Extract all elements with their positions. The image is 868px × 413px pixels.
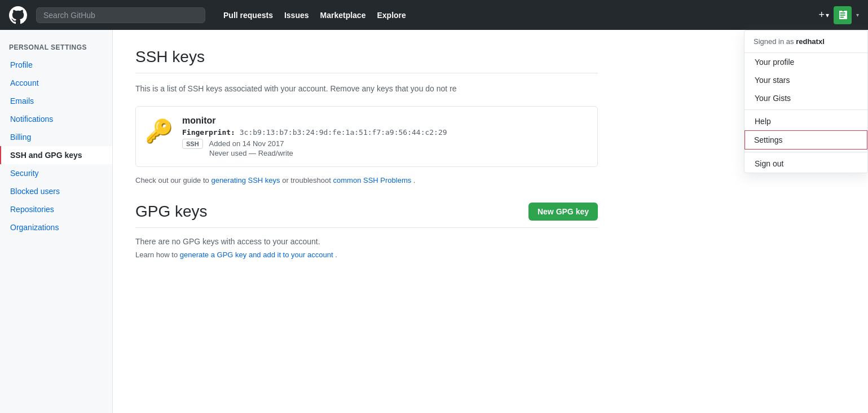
header-actions: + ▾ ▾ bbox=[818, 6, 859, 24]
common-ssh-problems-link[interactable]: common SSH Problems bbox=[333, 176, 412, 184]
nav-issues[interactable]: Issues bbox=[284, 11, 309, 20]
dropdown-divider-1 bbox=[744, 109, 867, 110]
guide-text: Check out our guide to generating SSH ke… bbox=[135, 176, 598, 184]
search-input[interactable] bbox=[36, 7, 205, 23]
sidebar-item-blocked-users[interactable]: Blocked users bbox=[0, 182, 112, 200]
dropdown-help[interactable]: Help bbox=[744, 112, 867, 130]
generate-gpg-key-link[interactable]: generate a GPG key and add it to your ac… bbox=[180, 251, 333, 259]
ssh-section-title: SSH keys bbox=[135, 48, 598, 73]
sidebar: Personal settings Profile Account Emails… bbox=[0, 30, 113, 413]
dropdown-divider-2 bbox=[744, 152, 867, 152]
ssh-type-badge: SSH bbox=[182, 139, 203, 149]
dropdown-settings[interactable]: Settings bbox=[744, 130, 867, 150]
avatar[interactable] bbox=[834, 6, 852, 24]
dropdown-your-gists[interactable]: Your Gists bbox=[744, 89, 867, 107]
key-meta: SSH Added on 14 Nov 2017 Never used — Re… bbox=[182, 139, 588, 157]
dropdown-your-stars[interactable]: Your stars bbox=[744, 71, 867, 89]
page-layout: Personal settings Profile Account Emails… bbox=[0, 30, 868, 413]
new-item-button[interactable]: + ▾ bbox=[818, 9, 829, 21]
key-details: monitor Fingerprint: 3c:b9:13:b7:b3:24:9… bbox=[182, 116, 588, 157]
sidebar-item-ssh-gpg[interactable]: SSH and GPG keys bbox=[0, 146, 112, 164]
signed-in-label: Signed in as redhatxl bbox=[744, 30, 867, 53]
ssh-key-card: 🔑 monitor Fingerprint: 3c:b9:13:b7:b3:24… bbox=[135, 106, 598, 167]
sidebar-item-repositories[interactable]: Repositories bbox=[0, 200, 112, 218]
sidebar-heading: Personal settings bbox=[0, 39, 112, 56]
header-nav: Pull requests Issues Marketplace Explore bbox=[223, 11, 809, 20]
plus-icon: + bbox=[818, 9, 825, 21]
main-content: SSH keys This is a list of SSH keys asso… bbox=[113, 30, 620, 413]
new-gpg-key-button[interactable]: New GPG key bbox=[528, 203, 598, 221]
gpg-section-header: GPG keys New GPG key bbox=[135, 203, 598, 228]
key-fingerprint: Fingerprint: 3c:b9:13:b7:b3:24:9d:fe:1a:… bbox=[182, 128, 588, 137]
ssh-section-desc: This is a list of SSH keys associated wi… bbox=[135, 82, 598, 95]
gpg-learn-text: Learn how to generate a GPG key and add … bbox=[135, 251, 598, 259]
key-icon: 🔑 bbox=[145, 118, 173, 144]
github-logo[interactable] bbox=[9, 6, 27, 24]
avatar-caret: ▾ bbox=[856, 12, 859, 18]
generating-ssh-keys-link[interactable]: generating SSH keys bbox=[211, 176, 280, 184]
sidebar-item-organizations[interactable]: Organizations bbox=[0, 218, 112, 236]
header: Pull requests Issues Marketplace Explore… bbox=[0, 0, 868, 30]
nav-explore[interactable]: Explore bbox=[377, 11, 406, 20]
sidebar-item-profile[interactable]: Profile bbox=[0, 56, 112, 74]
sidebar-item-notifications[interactable]: Notifications bbox=[0, 110, 112, 128]
dropdown-sign-out[interactable]: Sign out bbox=[744, 155, 867, 173]
nav-marketplace[interactable]: Marketplace bbox=[320, 11, 366, 20]
dropdown-your-profile[interactable]: Your profile bbox=[744, 53, 867, 71]
gpg-section-title: GPG keys bbox=[135, 203, 208, 221]
key-name: monitor bbox=[182, 116, 588, 126]
nav-pull-requests[interactable]: Pull requests bbox=[223, 11, 273, 20]
gpg-no-keys-text: There are no GPG keys with access to you… bbox=[135, 237, 598, 246]
sidebar-item-security[interactable]: Security bbox=[0, 164, 112, 182]
user-dropdown-menu: Signed in as redhatxl Your profile Your … bbox=[744, 30, 868, 173]
sidebar-item-emails[interactable]: Emails bbox=[0, 92, 112, 110]
caret-icon: ▾ bbox=[826, 11, 829, 19]
sidebar-item-billing[interactable]: Billing bbox=[0, 128, 112, 146]
sidebar-item-account[interactable]: Account bbox=[0, 74, 112, 92]
